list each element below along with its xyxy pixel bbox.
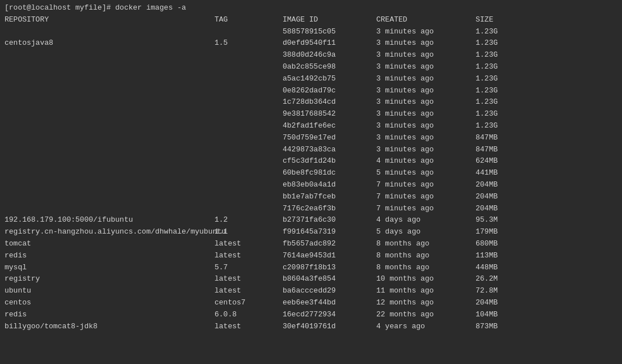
- cell-id: cf5c3df1d24b: [283, 155, 376, 167]
- cell-repo: [5, 96, 215, 108]
- table-row: 388d0d246c9a3 minutes ago1.23G: [5, 49, 617, 61]
- cell-size: 26.2M: [476, 273, 532, 285]
- cell-size: 847MB: [476, 132, 532, 144]
- table-body: 588578915c053 minutes ago1.23Gcentosjava…: [5, 26, 617, 333]
- cell-tag: [215, 132, 283, 144]
- header-id: IMAGE ID: [283, 14, 376, 26]
- table-row: tomcatlatestfb5657adc8928 months ago680M…: [5, 238, 617, 250]
- table-row: 4429873a83ca3 minutes ago847MB: [5, 144, 617, 156]
- cell-tag: [215, 61, 283, 73]
- cell-repo: [5, 26, 215, 38]
- cell-size: 179MB: [476, 226, 532, 238]
- cell-created: 11 months ago: [376, 285, 476, 297]
- cell-repo: [5, 132, 215, 144]
- cell-tag: [215, 155, 283, 167]
- cell-tag: [215, 49, 283, 61]
- cell-size: 204MB: [476, 179, 532, 191]
- cell-repo: registry: [5, 273, 215, 285]
- cell-repo: [5, 61, 215, 73]
- table-row: registry.cn-hangzhou.aliyuncs.com/dhwhal…: [5, 226, 617, 238]
- cell-id: 1c728db364cd: [283, 96, 376, 108]
- cell-id: 4429873a83ca: [283, 144, 376, 156]
- table-row: centoscentos7eeb6ee3f44bd12 months ago20…: [5, 297, 617, 309]
- cell-created: 7 minutes ago: [376, 179, 476, 191]
- cell-created: 8 months ago: [376, 250, 476, 262]
- cell-created: 3 minutes ago: [376, 85, 476, 97]
- cell-tag: centos7: [215, 297, 283, 309]
- terminal: [root@localhost myfile]# docker images -…: [0, 0, 622, 364]
- cell-size: 441MB: [476, 167, 532, 179]
- cell-id: b27371fa6c30: [283, 214, 376, 226]
- cell-size: 72.8M: [476, 285, 532, 297]
- cell-id: 4b2fad1fe6ec: [283, 120, 376, 132]
- cell-repo: mysql: [5, 262, 215, 274]
- cell-repo: billygoo/tomcat8-jdk8: [5, 321, 215, 333]
- cell-id: eeb6ee3f44bd: [283, 297, 376, 309]
- cell-id: bb1e7ab7fceb: [283, 191, 376, 203]
- cell-repo: [5, 203, 215, 215]
- cell-created: 7 minutes ago: [376, 191, 476, 203]
- header-size: SIZE: [476, 14, 532, 26]
- table-row: a5ac1492cb753 minutes ago1.23G: [5, 73, 617, 85]
- cell-repo: 192.168.179.100:5000/ifubuntu: [5, 214, 215, 226]
- cell-created: 3 minutes ago: [376, 108, 476, 120]
- table-row: 9e38176885423 minutes ago1.23G: [5, 108, 617, 120]
- header-tag: TAG: [215, 14, 283, 26]
- table-row: 0ab2c855ce983 minutes ago1.23G: [5, 61, 617, 73]
- cell-tag: [215, 144, 283, 156]
- cell-tag: 1.2: [215, 214, 283, 226]
- table-row: bb1e7ab7fceb7 minutes ago204MB: [5, 191, 617, 203]
- cell-size: 1.23G: [476, 26, 532, 38]
- cell-id: 7176c2ea6f3b: [283, 203, 376, 215]
- cell-repo: [5, 179, 215, 191]
- cell-id: ba6acccedd29: [283, 285, 376, 297]
- table-row: redislatest7614ae9453d18 months ago113MB: [5, 250, 617, 262]
- cell-tag: latest: [215, 321, 283, 333]
- table-row: 588578915c053 minutes ago1.23G: [5, 26, 617, 38]
- table-row: 192.168.179.100:5000/ifubuntu1.2b27371fa…: [5, 214, 617, 226]
- cell-created: 3 minutes ago: [376, 37, 476, 49]
- cell-created: 4 minutes ago: [376, 155, 476, 167]
- table-row: mysql5.7c20987f18b138 months ago448MB: [5, 262, 617, 274]
- table-header: REPOSITORYTAGIMAGE IDCREATEDSIZE: [5, 14, 617, 26]
- cell-repo: [5, 120, 215, 132]
- cell-size: 1.23G: [476, 61, 532, 73]
- cell-created: 10 months ago: [376, 273, 476, 285]
- cell-size: 1.23G: [476, 108, 532, 120]
- table-row: billygoo/tomcat8-jdk8latest30ef4019761d4…: [5, 321, 617, 333]
- cell-id: 388d0d246c9a: [283, 49, 376, 61]
- cell-repo: centos: [5, 297, 215, 309]
- cell-id: 750d759e17ed: [283, 132, 376, 144]
- cell-id: c20987f18b13: [283, 262, 376, 274]
- cell-tag: latest: [215, 273, 283, 285]
- cell-created: 5 days ago: [376, 226, 476, 238]
- cell-created: 7 minutes ago: [376, 203, 476, 215]
- command-line: [root@localhost myfile]# docker images -…: [5, 2, 617, 14]
- cell-created: 3 minutes ago: [376, 49, 476, 61]
- cell-id: 60be8fc981dc: [283, 167, 376, 179]
- cell-created: 3 minutes ago: [376, 73, 476, 85]
- table-row: 7176c2ea6f3b7 minutes ago204MB: [5, 203, 617, 215]
- cell-created: 12 months ago: [376, 297, 476, 309]
- cell-repo: [5, 85, 215, 97]
- cell-created: 5 minutes ago: [376, 167, 476, 179]
- cell-id: 588578915c05: [283, 26, 376, 38]
- cell-created: 3 minutes ago: [376, 26, 476, 38]
- table-row: eb83eb0a4a1d7 minutes ago204MB: [5, 179, 617, 191]
- cell-repo: tomcat: [5, 238, 215, 250]
- cell-created: 8 months ago: [376, 262, 476, 274]
- header-created: CREATED: [376, 14, 476, 26]
- cell-repo: [5, 73, 215, 85]
- cell-id: 30ef4019761d: [283, 321, 376, 333]
- cell-repo: [5, 108, 215, 120]
- table-row: 750d759e17ed3 minutes ago847MB: [5, 132, 617, 144]
- table-row: registrylatestb8604a3fe85410 months ago2…: [5, 273, 617, 285]
- cell-repo: ubuntu: [5, 285, 215, 297]
- table-row: cf5c3df1d24b4 minutes ago624MB: [5, 155, 617, 167]
- cell-repo: [5, 49, 215, 61]
- cell-id: 0ab2c855ce98: [283, 61, 376, 73]
- cell-size: 624MB: [476, 155, 532, 167]
- cell-tag: 1.1: [215, 226, 283, 238]
- cell-repo: [5, 144, 215, 156]
- cell-repo: [5, 155, 215, 167]
